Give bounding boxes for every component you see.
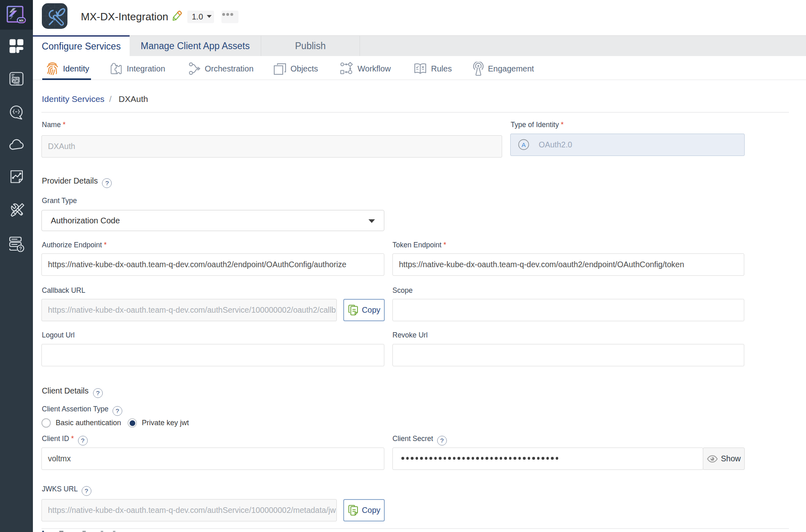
svg-text:MX: MX [19, 19, 24, 22]
svg-text:A: A [522, 141, 526, 148]
